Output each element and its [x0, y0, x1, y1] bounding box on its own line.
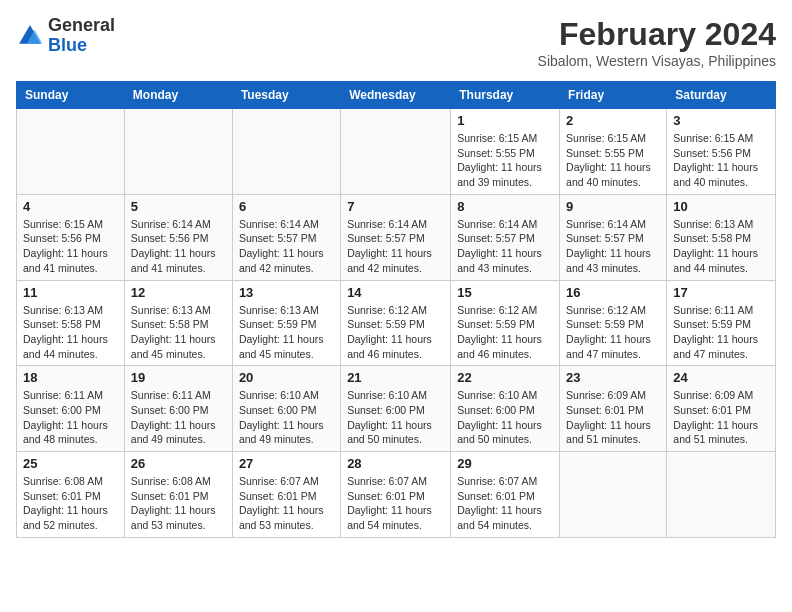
calendar-table: SundayMondayTuesdayWednesdayThursdayFrid…: [16, 81, 776, 538]
day-number: 23: [566, 370, 660, 385]
day-number: 1: [457, 113, 553, 128]
day-detail: Sunrise: 6:15 AM Sunset: 5:56 PM Dayligh…: [673, 131, 769, 190]
day-number: 11: [23, 285, 118, 300]
week-row-3: 11Sunrise: 6:13 AM Sunset: 5:58 PM Dayli…: [17, 280, 776, 366]
day-detail: Sunrise: 6:13 AM Sunset: 5:58 PM Dayligh…: [131, 303, 226, 362]
calendar-cell: 28Sunrise: 6:07 AM Sunset: 6:01 PM Dayli…: [341, 452, 451, 538]
day-number: 29: [457, 456, 553, 471]
day-number: 5: [131, 199, 226, 214]
column-header-wednesday: Wednesday: [341, 82, 451, 109]
day-number: 2: [566, 113, 660, 128]
day-number: 18: [23, 370, 118, 385]
day-detail: Sunrise: 6:11 AM Sunset: 6:00 PM Dayligh…: [23, 388, 118, 447]
day-detail: Sunrise: 6:07 AM Sunset: 6:01 PM Dayligh…: [347, 474, 444, 533]
day-detail: Sunrise: 6:09 AM Sunset: 6:01 PM Dayligh…: [566, 388, 660, 447]
day-number: 3: [673, 113, 769, 128]
day-detail: Sunrise: 6:14 AM Sunset: 5:57 PM Dayligh…: [239, 217, 334, 276]
day-number: 19: [131, 370, 226, 385]
calendar-cell: 21Sunrise: 6:10 AM Sunset: 6:00 PM Dayli…: [341, 366, 451, 452]
calendar-cell: 22Sunrise: 6:10 AM Sunset: 6:00 PM Dayli…: [451, 366, 560, 452]
column-header-sunday: Sunday: [17, 82, 125, 109]
calendar-header-row: SundayMondayTuesdayWednesdayThursdayFrid…: [17, 82, 776, 109]
calendar-cell: 25Sunrise: 6:08 AM Sunset: 6:01 PM Dayli…: [17, 452, 125, 538]
day-detail: Sunrise: 6:10 AM Sunset: 6:00 PM Dayligh…: [347, 388, 444, 447]
day-number: 15: [457, 285, 553, 300]
calendar-cell: 26Sunrise: 6:08 AM Sunset: 6:01 PM Dayli…: [124, 452, 232, 538]
calendar-cell: 2Sunrise: 6:15 AM Sunset: 5:55 PM Daylig…: [560, 109, 667, 195]
calendar-cell: 8Sunrise: 6:14 AM Sunset: 5:57 PM Daylig…: [451, 194, 560, 280]
day-detail: Sunrise: 6:15 AM Sunset: 5:56 PM Dayligh…: [23, 217, 118, 276]
day-number: 25: [23, 456, 118, 471]
week-row-4: 18Sunrise: 6:11 AM Sunset: 6:00 PM Dayli…: [17, 366, 776, 452]
calendar-cell: 13Sunrise: 6:13 AM Sunset: 5:59 PM Dayli…: [232, 280, 340, 366]
day-number: 12: [131, 285, 226, 300]
column-header-friday: Friday: [560, 82, 667, 109]
logo-icon: [16, 22, 44, 50]
calendar-cell: 16Sunrise: 6:12 AM Sunset: 5:59 PM Dayli…: [560, 280, 667, 366]
day-number: 26: [131, 456, 226, 471]
calendar-cell: [341, 109, 451, 195]
calendar-cell: 6Sunrise: 6:14 AM Sunset: 5:57 PM Daylig…: [232, 194, 340, 280]
day-number: 20: [239, 370, 334, 385]
day-number: 13: [239, 285, 334, 300]
day-number: 24: [673, 370, 769, 385]
day-detail: Sunrise: 6:12 AM Sunset: 5:59 PM Dayligh…: [457, 303, 553, 362]
day-number: 9: [566, 199, 660, 214]
calendar-cell: 9Sunrise: 6:14 AM Sunset: 5:57 PM Daylig…: [560, 194, 667, 280]
calendar-cell: 4Sunrise: 6:15 AM Sunset: 5:56 PM Daylig…: [17, 194, 125, 280]
location-subtitle: Sibalom, Western Visayas, Philippines: [538, 53, 776, 69]
day-detail: Sunrise: 6:14 AM Sunset: 5:56 PM Dayligh…: [131, 217, 226, 276]
day-detail: Sunrise: 6:09 AM Sunset: 6:01 PM Dayligh…: [673, 388, 769, 447]
day-number: 6: [239, 199, 334, 214]
day-detail: Sunrise: 6:08 AM Sunset: 6:01 PM Dayligh…: [131, 474, 226, 533]
day-number: 16: [566, 285, 660, 300]
calendar-cell: 18Sunrise: 6:11 AM Sunset: 6:00 PM Dayli…: [17, 366, 125, 452]
calendar-cell: 1Sunrise: 6:15 AM Sunset: 5:55 PM Daylig…: [451, 109, 560, 195]
day-detail: Sunrise: 6:10 AM Sunset: 6:00 PM Dayligh…: [239, 388, 334, 447]
calendar-cell: 10Sunrise: 6:13 AM Sunset: 5:58 PM Dayli…: [667, 194, 776, 280]
calendar-cell: 23Sunrise: 6:09 AM Sunset: 6:01 PM Dayli…: [560, 366, 667, 452]
day-detail: Sunrise: 6:07 AM Sunset: 6:01 PM Dayligh…: [239, 474, 334, 533]
column-header-monday: Monday: [124, 82, 232, 109]
day-detail: Sunrise: 6:13 AM Sunset: 5:58 PM Dayligh…: [673, 217, 769, 276]
day-detail: Sunrise: 6:14 AM Sunset: 5:57 PM Dayligh…: [347, 217, 444, 276]
day-number: 27: [239, 456, 334, 471]
calendar-cell: 15Sunrise: 6:12 AM Sunset: 5:59 PM Dayli…: [451, 280, 560, 366]
day-detail: Sunrise: 6:08 AM Sunset: 6:01 PM Dayligh…: [23, 474, 118, 533]
page-header: General Blue February 2024 Sibalom, West…: [16, 16, 776, 69]
calendar-cell: [232, 109, 340, 195]
day-detail: Sunrise: 6:10 AM Sunset: 6:00 PM Dayligh…: [457, 388, 553, 447]
calendar-cell: 7Sunrise: 6:14 AM Sunset: 5:57 PM Daylig…: [341, 194, 451, 280]
logo: General Blue: [16, 16, 115, 56]
calendar-cell: [667, 452, 776, 538]
day-detail: Sunrise: 6:07 AM Sunset: 6:01 PM Dayligh…: [457, 474, 553, 533]
day-detail: Sunrise: 6:11 AM Sunset: 6:00 PM Dayligh…: [131, 388, 226, 447]
day-number: 21: [347, 370, 444, 385]
day-number: 8: [457, 199, 553, 214]
column-header-tuesday: Tuesday: [232, 82, 340, 109]
day-number: 28: [347, 456, 444, 471]
calendar-cell: 12Sunrise: 6:13 AM Sunset: 5:58 PM Dayli…: [124, 280, 232, 366]
month-year-title: February 2024: [538, 16, 776, 53]
calendar-cell: 17Sunrise: 6:11 AM Sunset: 5:59 PM Dayli…: [667, 280, 776, 366]
calendar-cell: 3Sunrise: 6:15 AM Sunset: 5:56 PM Daylig…: [667, 109, 776, 195]
logo-line2: Blue: [48, 36, 115, 56]
calendar-cell: 27Sunrise: 6:07 AM Sunset: 6:01 PM Dayli…: [232, 452, 340, 538]
day-number: 17: [673, 285, 769, 300]
day-detail: Sunrise: 6:14 AM Sunset: 5:57 PM Dayligh…: [566, 217, 660, 276]
day-number: 14: [347, 285, 444, 300]
title-section: February 2024 Sibalom, Western Visayas, …: [538, 16, 776, 69]
logo-line1: General: [48, 16, 115, 36]
calendar-cell: 11Sunrise: 6:13 AM Sunset: 5:58 PM Dayli…: [17, 280, 125, 366]
column-header-saturday: Saturday: [667, 82, 776, 109]
day-number: 4: [23, 199, 118, 214]
calendar-cell: 24Sunrise: 6:09 AM Sunset: 6:01 PM Dayli…: [667, 366, 776, 452]
calendar-cell: 14Sunrise: 6:12 AM Sunset: 5:59 PM Dayli…: [341, 280, 451, 366]
day-detail: Sunrise: 6:11 AM Sunset: 5:59 PM Dayligh…: [673, 303, 769, 362]
calendar-cell: [124, 109, 232, 195]
column-header-thursday: Thursday: [451, 82, 560, 109]
calendar-cell: 29Sunrise: 6:07 AM Sunset: 6:01 PM Dayli…: [451, 452, 560, 538]
calendar-cell: 19Sunrise: 6:11 AM Sunset: 6:00 PM Dayli…: [124, 366, 232, 452]
day-number: 10: [673, 199, 769, 214]
week-row-2: 4Sunrise: 6:15 AM Sunset: 5:56 PM Daylig…: [17, 194, 776, 280]
